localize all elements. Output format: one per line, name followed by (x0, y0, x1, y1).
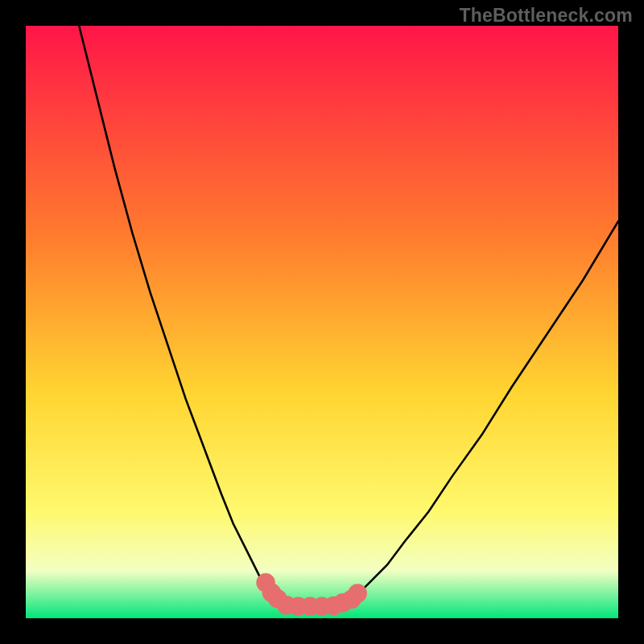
bottleneck-plot (26, 26, 618, 618)
watermark-text: TheBottleneck.com (459, 5, 633, 27)
gradient-background (26, 26, 618, 618)
bottleneck-marker (348, 584, 367, 603)
chart-stage: TheBottleneck.com (0, 0, 644, 644)
